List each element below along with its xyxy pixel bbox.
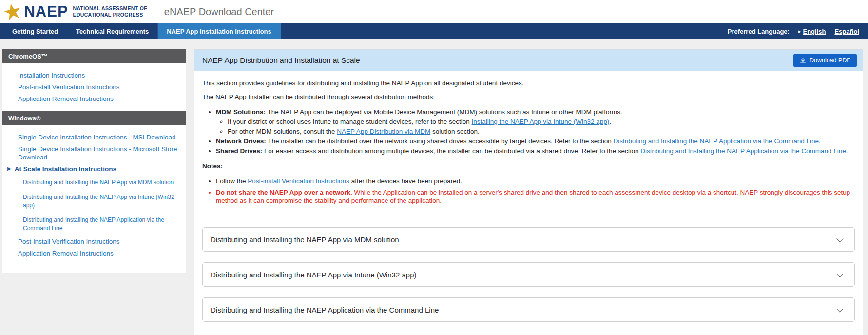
preferred-language-label: Preferred Language: <box>728 28 790 35</box>
page-layout: ChromeOS™ Installation Instructions Post… <box>0 39 868 335</box>
sidebar-subitem-distributing-via-mdm-solution[interactable]: Distributing and Installing the NAEP App… <box>2 175 181 190</box>
sidebar-section-chromeos-header: ChromeOS™ <box>2 49 186 63</box>
bullet-shared-drives-text: For easier access and distribution among… <box>262 147 640 155</box>
sidebar-item-windows-application-removal[interactable]: Application Removal Instructions <box>2 247 181 259</box>
nav-tab-naep-app-installation-instructions[interactable]: NAEP App Installation Instructions <box>158 23 281 39</box>
active-item-arrow-icon: ▶ <box>7 165 11 173</box>
sub-bullet-other-mdm-post: solution section. <box>430 128 480 135</box>
nav-tab-technical-requirements[interactable]: Technical Requirements <box>67 23 158 39</box>
accordion-mdm-solution[interactable]: Distributing and Installing the NAEP App… <box>202 227 855 252</box>
naep-star-icon: ★ <box>1 0 24 24</box>
chevron-down-icon <box>836 271 843 277</box>
site-header: ★ NAEP NATIONAL ASSESSMENT OF EDUCATIONA… <box>0 0 868 23</box>
note-post-install-post: after the devices have been prepared. <box>349 177 462 185</box>
accordion-intune-win32[interactable]: Distributing and Installing the NAEP App… <box>202 262 855 287</box>
sidebar-item-windows-post-install-verification[interactable]: Post-install Verification Instructions <box>2 236 181 247</box>
content-panel-header: NAEP App Distribution and Installation a… <box>194 50 863 71</box>
bullet-shared-drives-label: Shared Drives: <box>216 147 262 155</box>
sidebar-windows-list: Single Device Installation Instructions … <box>2 125 186 266</box>
bullet-network-drives-post: . <box>819 138 821 145</box>
sidebar-nav: ChromeOS™ Installation Instructions Post… <box>2 49 186 273</box>
sidebar-subitem-distributing-via-intune-win32[interactable]: Distributing and Installing the NAEP App… <box>2 190 181 213</box>
download-pdf-button[interactable]: Download PDF <box>793 54 857 67</box>
link-installing-naep-app-via-intune[interactable]: Installing the NAEP App via Intune (Win3… <box>472 118 610 125</box>
site-title: eNAEP Download Center <box>164 6 274 18</box>
bullet-shared-drives: Shared Drives: For easier access and dis… <box>216 147 855 155</box>
accordion-command-line[interactable]: Distributing and Installing the NAEP App… <box>202 297 855 322</box>
note-do-not-share-warning: Do not share the NAEP App over a network… <box>216 188 855 205</box>
sub-bullet-intune: If your district or school uses Intune t… <box>228 118 855 126</box>
naep-logo[interactable]: ★ NAEP NATIONAL ASSESSMENT OF EDUCATIONA… <box>3 1 147 22</box>
sidebar-item-windows-at-scale-installation[interactable]: At Scale Installation Instructions <box>14 165 116 173</box>
bullet-network-drives-text: The installer can be distributed over th… <box>266 138 614 145</box>
naep-logo-subtitle: NATIONAL ASSESSMENT OF EDUCATIONAL PROGR… <box>73 5 147 18</box>
download-pdf-label: Download PDF <box>810 57 850 64</box>
sub-bullet-other-mdm-text: For other MDM solutions, consult the <box>228 128 337 135</box>
naep-logo-subtitle-line2: EDUCATIONAL PROGRESS <box>73 12 147 18</box>
sidebar-item-chromeos-post-install-verification[interactable]: Post-install Verification Instructions <box>2 81 181 93</box>
accordion-group: Distributing and Installing the NAEP App… <box>202 227 855 322</box>
sidebar-subitem-distributing-via-command-line[interactable]: Distributing and Installing the NAEP App… <box>2 213 181 236</box>
accordion-mdm-solution-title: Distributing and Installing the NAEP App… <box>211 236 399 244</box>
sidebar-chromeos-list: Installation Instructions Post-install V… <box>2 63 186 111</box>
header-divider <box>155 4 155 19</box>
sidebar-item-chromeos-installation-instructions[interactable]: Installation Instructions <box>2 69 181 81</box>
sub-bullet-intune-text: If your district or school uses Intune t… <box>228 118 472 125</box>
mdm-sub-list: If your district or school uses Intune t… <box>216 118 855 136</box>
accordion-intune-win32-title: Distributing and Installing the NAEP App… <box>211 271 416 279</box>
chevron-down-icon <box>836 306 843 313</box>
download-icon <box>800 58 806 64</box>
sidebar-item-windows-single-device-msi[interactable]: Single Device Installation Instructions … <box>2 131 181 143</box>
note-post-install: Follow the Post-install Verification Ins… <box>216 177 855 185</box>
sidebar-item-at-scale-row: ▶ At Scale Installation Instructions <box>2 163 181 175</box>
sidebar-section-windows-header: Windows® <box>2 111 186 125</box>
accordion-command-line-title: Distributing and Installing the NAEP App… <box>211 306 439 314</box>
notes-heading: Notes: <box>202 162 855 170</box>
sidebar-item-chromeos-application-removal[interactable]: Application Removal Instructions <box>2 93 181 104</box>
link-command-line-network[interactable]: Distributing and Installing the NAEP App… <box>613 138 819 145</box>
bullet-mdm-solutions-label: MDM Solutions: <box>216 108 266 116</box>
bullet-mdm-solutions: MDM Solutions: The NAEP App can be deplo… <box>216 108 855 136</box>
language-english-link[interactable]: English <box>803 28 826 35</box>
naep-logo-subtitle-line1: NATIONAL ASSESSMENT OF <box>73 5 147 12</box>
language-espanol-link[interactable]: Español <box>834 28 859 35</box>
selected-language: ▸ English <box>798 28 826 35</box>
note-warning-label: Do not share the NAEP App over a network… <box>216 189 352 196</box>
bullet-shared-drives-post: . <box>846 147 848 155</box>
nav-tab-getting-started[interactable]: Getting Started <box>3 23 67 39</box>
distribution-methods-list: MDM Solutions: The NAEP App can be deplo… <box>202 108 855 155</box>
sidebar-item-windows-single-device-ms-store[interactable]: Single Device Installation Instructions … <box>2 143 181 163</box>
sub-bullet-intune-post: . <box>609 118 611 125</box>
sub-bullet-other-mdm: For other MDM solutions, consult the NAE… <box>228 127 855 136</box>
chevron-down-icon <box>836 236 843 242</box>
nav-tabs: Getting Started Technical Requirements N… <box>0 23 281 39</box>
language-switcher: Preferred Language: ▸ English Español <box>728 23 868 39</box>
link-command-line-shared[interactable]: Distributing and Installing the NAEP App… <box>640 147 846 155</box>
main-content: NAEP App Distribution and Installation a… <box>194 49 863 335</box>
bullet-network-drives-label: Network Drives: <box>216 138 266 145</box>
note-post-install-pre: Follow the <box>216 177 248 185</box>
methods-paragraph: The NAEP App Installer can be distribute… <box>202 93 855 101</box>
selected-language-arrow-icon: ▸ <box>798 28 801 35</box>
content-panel-body: This section provides guidelines for dis… <box>194 71 863 335</box>
page-title: NAEP App Distribution and Installation a… <box>202 56 360 65</box>
notes-list: Follow the Post-install Verification Ins… <box>202 177 855 205</box>
link-naep-app-distribution-via-mdm[interactable]: NAEP App Distribution via MDM <box>337 128 430 135</box>
bullet-mdm-solutions-text: The NAEP App can be deployed via Mobile … <box>266 108 622 116</box>
naep-logo-acronym: NAEP <box>24 3 68 20</box>
link-post-install-verification-instructions[interactable]: Post-install Verification Instructions <box>248 177 349 185</box>
bullet-network-drives: Network Drives: The installer can be dis… <box>216 137 855 145</box>
primary-nav: Getting Started Technical Requirements N… <box>0 23 868 39</box>
intro-paragraph: This section provides guidelines for dis… <box>202 79 855 87</box>
